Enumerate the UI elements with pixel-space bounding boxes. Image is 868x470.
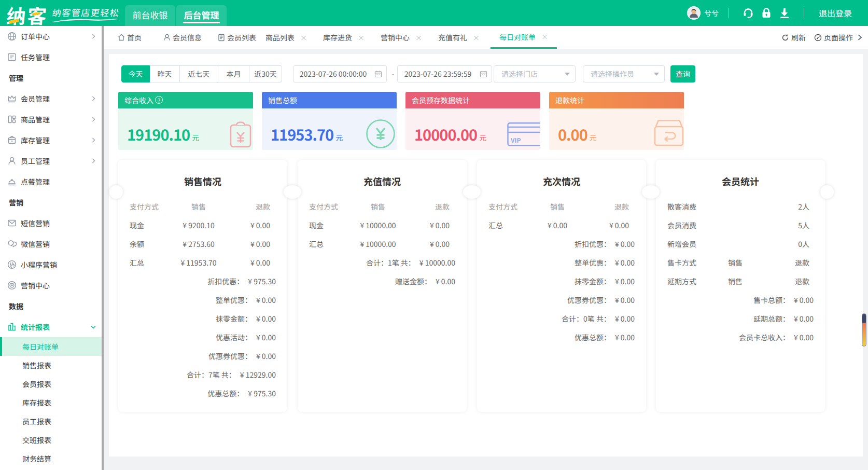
svg-text:VIP: VIP [510, 135, 521, 144]
